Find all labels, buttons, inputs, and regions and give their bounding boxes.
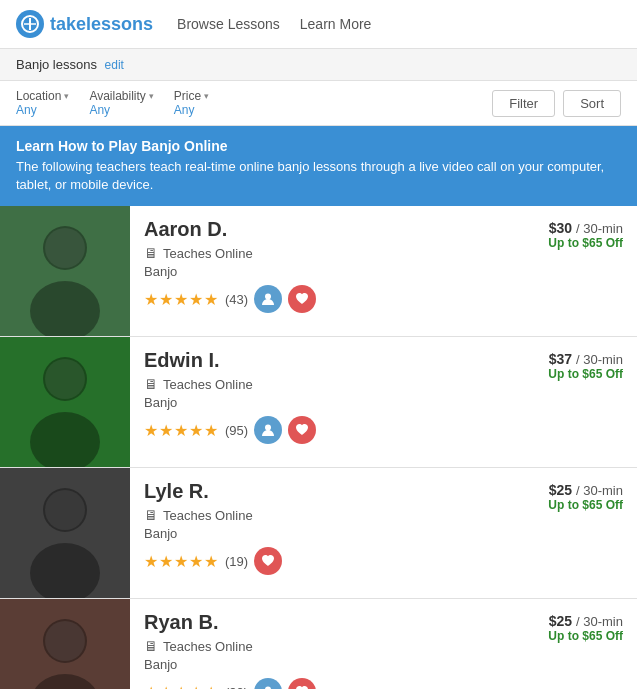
svg-point-24 xyxy=(45,621,85,661)
stars: ★★★★★ xyxy=(144,683,219,689)
breadcrumb: Banjo lessons edit xyxy=(0,49,637,81)
teacher-photo xyxy=(0,468,130,598)
location-label: Location ▾ xyxy=(16,89,69,103)
availability-chevron-icon: ▾ xyxy=(149,91,154,101)
instrument: Banjo xyxy=(144,526,627,541)
favorite-icon[interactable] xyxy=(288,678,316,689)
stars-row: ★★★★★ (19) xyxy=(144,547,627,575)
review-count: (43) xyxy=(225,292,248,307)
favorite-icon[interactable] xyxy=(288,285,316,313)
svg-point-7 xyxy=(45,228,85,268)
logo-icon xyxy=(16,10,44,38)
price-main: $30 / 30-min xyxy=(548,220,623,236)
availability-value: Any xyxy=(89,103,153,117)
stars: ★★★★★ xyxy=(144,552,219,571)
location-filter[interactable]: Location ▾ Any xyxy=(16,89,69,117)
profile-icon[interactable] xyxy=(254,416,282,444)
teacher-price: $25 / 30-min Up to $65 Off xyxy=(548,482,623,512)
location-chevron-icon: ▾ xyxy=(64,91,69,101)
teacher-card[interactable]: Edwin I. 🖥 Teaches Online Banjo ★★★★★ (9… xyxy=(0,337,637,468)
stars-row: ★★★★★ (43) xyxy=(144,285,627,313)
price-discount: Up to $65 Off xyxy=(548,367,623,381)
teacher-list: Aaron D. 🖥 Teaches Online Banjo ★★★★★ (4… xyxy=(0,206,637,689)
stars-row: ★★★★★ (95) xyxy=(144,416,627,444)
filter-buttons: Filter Sort xyxy=(492,90,621,117)
teacher-card[interactable]: Lyle R. 🖥 Teaches Online Banjo ★★★★★ (19… xyxy=(0,468,637,599)
price-discount: Up to $65 Off xyxy=(548,629,623,643)
teacher-price: $37 / 30-min Up to $65 Off xyxy=(548,351,623,381)
price-discount: Up to $65 Off xyxy=(548,498,623,512)
availability-filter[interactable]: Availability ▾ Any xyxy=(89,89,153,117)
teacher-photo xyxy=(0,337,130,467)
teacher-photo xyxy=(0,206,130,336)
svg-point-8 xyxy=(265,294,271,300)
price-label: Price ▾ xyxy=(174,89,209,103)
teacher-photo xyxy=(0,599,130,689)
edit-link[interactable]: edit xyxy=(105,58,124,72)
review-count: (19) xyxy=(225,554,248,569)
teacher-card[interactable]: Aaron D. 🖥 Teaches Online Banjo ★★★★★ (4… xyxy=(0,206,637,337)
monitor-icon: 🖥 xyxy=(144,507,158,523)
teacher-card[interactable]: Ryan B. 🖥 Teaches Online Banjo ★★★★★ (30… xyxy=(0,599,637,689)
profile-icon[interactable] xyxy=(254,678,282,689)
breadcrumb-text: Banjo lessons xyxy=(16,57,97,72)
svg-point-14 xyxy=(265,425,271,431)
monitor-icon: 🖥 xyxy=(144,376,158,392)
svg-point-13 xyxy=(45,359,85,399)
price-chevron-icon: ▾ xyxy=(204,91,209,101)
info-banner: Learn How to Play Banjo Online The follo… xyxy=(0,126,637,206)
logo-text: takelessons xyxy=(50,14,153,35)
review-count: (95) xyxy=(225,423,248,438)
header: takelessons Browse Lessons Learn More xyxy=(0,0,637,49)
price-discount: Up to $65 Off xyxy=(548,236,623,250)
banner-text: The following teachers teach real-time o… xyxy=(16,158,621,194)
profile-icon[interactable] xyxy=(254,285,282,313)
sort-button[interactable]: Sort xyxy=(563,90,621,117)
nav-learn-more[interactable]: Learn More xyxy=(300,16,372,32)
stars: ★★★★★ xyxy=(144,421,219,440)
instrument: Banjo xyxy=(144,264,627,279)
review-count: (30) xyxy=(225,685,248,689)
location-value: Any xyxy=(16,103,69,117)
teacher-price: $25 / 30-min Up to $65 Off xyxy=(548,613,623,643)
teacher-price: $30 / 30-min Up to $65 Off xyxy=(548,220,623,250)
logo[interactable]: takelessons xyxy=(16,10,153,38)
price-main: $37 / 30-min xyxy=(548,351,623,367)
nav-browse-lessons[interactable]: Browse Lessons xyxy=(177,16,280,32)
instrument: Banjo xyxy=(144,395,627,410)
svg-point-19 xyxy=(45,490,85,530)
price-main: $25 / 30-min xyxy=(548,482,623,498)
price-main: $25 / 30-min xyxy=(548,613,623,629)
instrument: Banjo xyxy=(144,657,627,672)
filters-bar: Location ▾ Any Availability ▾ Any Price … xyxy=(0,81,637,126)
stars-row: ★★★★★ (30) xyxy=(144,678,627,689)
favorite-icon[interactable] xyxy=(288,416,316,444)
banner-title: Learn How to Play Banjo Online xyxy=(16,138,621,154)
stars: ★★★★★ xyxy=(144,290,219,309)
favorite-icon[interactable] xyxy=(254,547,282,575)
price-filter[interactable]: Price ▾ Any xyxy=(174,89,209,117)
price-value: Any xyxy=(174,103,209,117)
monitor-icon: 🖥 xyxy=(144,245,158,261)
availability-label: Availability ▾ xyxy=(89,89,153,103)
monitor-icon: 🖥 xyxy=(144,638,158,654)
filter-button[interactable]: Filter xyxy=(492,90,555,117)
